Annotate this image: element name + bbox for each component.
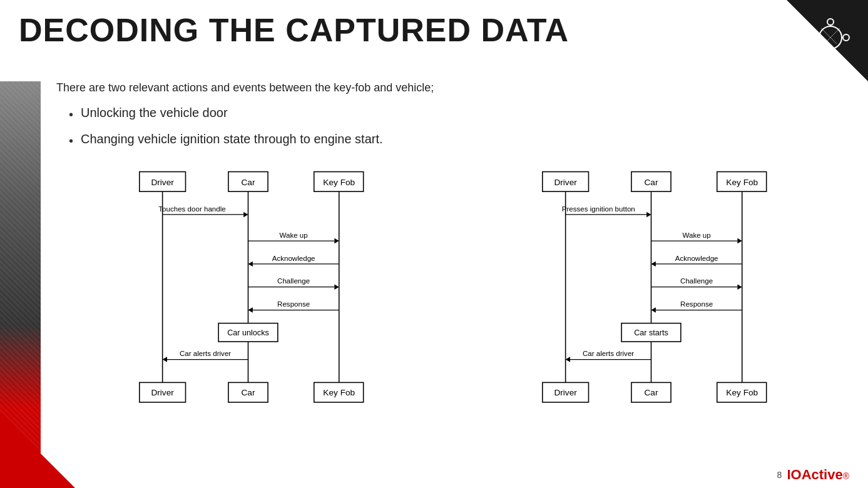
svg-marker-68: [651, 307, 655, 312]
svg-point-1: [827, 19, 834, 25]
svg-text:Wake up: Wake up: [682, 231, 710, 239]
ignition-start-diagram: Driver Car Key Fob Presses ignition butt…: [459, 165, 850, 415]
registered-mark: ®: [843, 471, 849, 481]
io-text: IO: [787, 467, 801, 482]
svg-text:Car: Car: [644, 388, 658, 397]
svg-text:Wake up: Wake up: [280, 231, 308, 239]
svg-text:Driver: Driver: [554, 178, 577, 187]
active-text: Active: [802, 467, 843, 482]
svg-marker-65: [737, 285, 742, 290]
bullet-item-1: • Unlocking the vehicle door: [69, 106, 849, 123]
svg-marker-62: [651, 262, 655, 267]
svg-marker-30: [334, 285, 339, 290]
svg-text:Car alerts driver: Car alerts driver: [582, 350, 633, 357]
svg-marker-73: [565, 357, 569, 362]
door-unlock-diagram: Driver Car Key Fob Touches door handle: [56, 165, 447, 415]
svg-text:Driver: Driver: [554, 388, 577, 397]
bottom-bar: 8 IOActive®: [777, 467, 849, 483]
svg-text:Response: Response: [277, 300, 310, 308]
svg-marker-56: [646, 212, 651, 217]
svg-marker-59: [737, 238, 742, 243]
svg-text:Key Fob: Key Fob: [323, 388, 355, 397]
svg-text:Car alerts driver: Car alerts driver: [180, 350, 231, 357]
svg-text:Driver: Driver: [151, 388, 174, 397]
page-number: 8: [777, 470, 782, 480]
svg-text:Car: Car: [241, 388, 255, 397]
svg-point-2: [843, 34, 849, 41]
bullet-dot-1: •: [69, 106, 73, 123]
bullet-item-2: • Changing vehicle ignition state throug…: [69, 132, 849, 150]
svg-text:Key Fob: Key Fob: [726, 178, 758, 187]
ioactive-logo: IOActive®: [787, 467, 849, 483]
svg-point-4: [812, 34, 818, 41]
svg-marker-21: [243, 212, 248, 217]
svg-marker-38: [163, 357, 167, 362]
svg-text:Key Fob: Key Fob: [726, 388, 758, 397]
corner-logo: [799, 6, 862, 69]
svg-text:Car: Car: [241, 178, 255, 187]
svg-text:Challenge: Challenge: [277, 277, 310, 285]
svg-text:Acknowledge: Acknowledge: [675, 255, 718, 262]
slide-title: DECODING THE CAPTURED DATA: [19, 11, 569, 49]
bullet-text-2: Changing vehicle ignition state through …: [81, 132, 383, 146]
svg-line-9: [821, 28, 837, 44]
diagrams-row: Driver Car Key Fob Touches door handle: [56, 165, 849, 415]
svg-text:Response: Response: [680, 300, 713, 308]
svg-text:Car: Car: [644, 178, 658, 187]
svg-point-3: [827, 50, 834, 56]
svg-text:Presses ignition button: Presses ignition button: [561, 205, 635, 213]
svg-text:Car starts: Car starts: [634, 328, 668, 337]
svg-marker-33: [248, 307, 252, 312]
svg-line-10: [824, 28, 840, 44]
svg-text:Driver: Driver: [151, 178, 174, 187]
svg-text:Car unlocks: Car unlocks: [227, 328, 269, 337]
svg-text:Touches door handle: Touches door handle: [158, 205, 225, 213]
bullet-list: • Unlocking the vehicle door • Changing …: [69, 106, 849, 150]
intro-text: There are two relevant actions and event…: [56, 81, 849, 94]
svg-text:Acknowledge: Acknowledge: [272, 255, 315, 262]
content-area: There are two relevant actions and event…: [50, 81, 849, 457]
svg-text:Key Fob: Key Fob: [323, 178, 355, 187]
bullet-text-1: Unlocking the vehicle door: [81, 106, 228, 120]
svg-marker-24: [334, 238, 339, 243]
bullet-dot-2: •: [69, 132, 73, 150]
svg-text:Challenge: Challenge: [680, 277, 713, 285]
svg-marker-27: [248, 262, 252, 267]
